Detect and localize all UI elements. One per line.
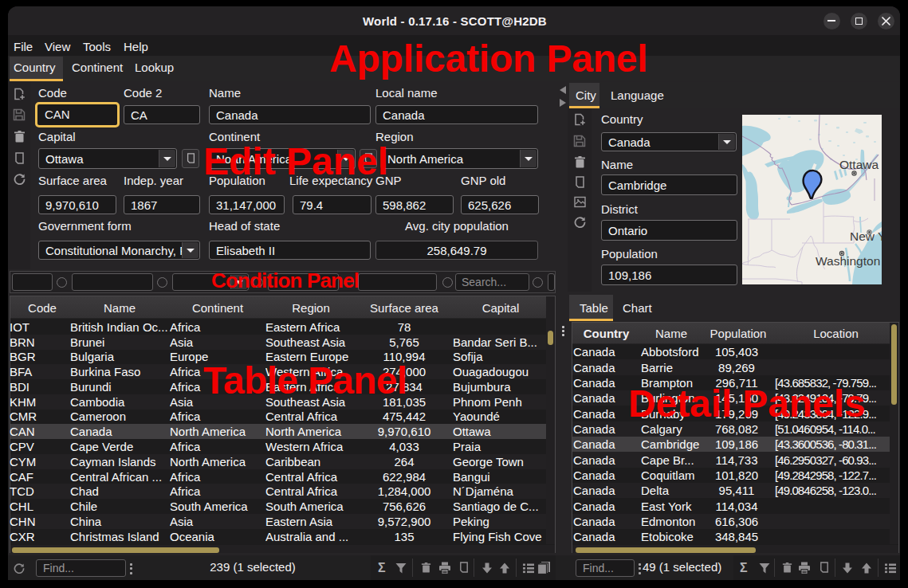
- svg-text:New Yo: New Yo: [850, 229, 882, 243]
- svg-text:Washington: Washington: [816, 254, 880, 268]
- svg-text:Ottawa: Ottawa: [839, 158, 879, 171]
